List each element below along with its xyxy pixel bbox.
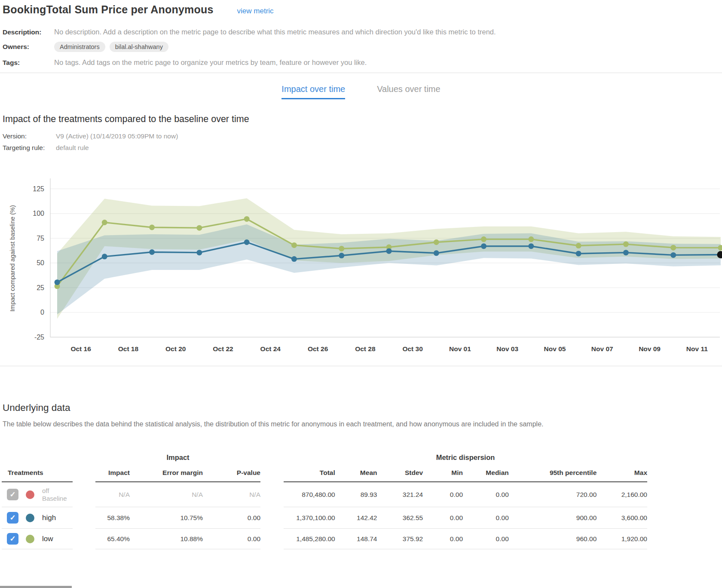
version-block: Version: V9 (Active) (10/14/2019 05:09PM… bbox=[0, 132, 722, 152]
underlying-data-description: The table below describes the data behin… bbox=[0, 420, 722, 428]
cell-impact: 65.40% bbox=[95, 535, 130, 543]
metric-meta: Description: No description. Add a descr… bbox=[0, 27, 722, 67]
cell-total: 1,485,280.00 bbox=[284, 535, 335, 543]
underlying-data-table: Impact Metric dispersion Treatments Impa… bbox=[0, 450, 722, 549]
svg-text:0: 0 bbox=[40, 309, 44, 316]
cell-stdev: 375.92 bbox=[377, 535, 423, 543]
treatment-checkbox-high[interactable]: ✓ bbox=[7, 512, 18, 524]
treatment-name-low: low bbox=[42, 535, 53, 543]
impact-group-header: Impact bbox=[95, 453, 260, 462]
cell-median: 0.00 bbox=[463, 491, 509, 499]
svg-text:Oct 18: Oct 18 bbox=[118, 345, 139, 352]
svg-text:Nov 03: Nov 03 bbox=[496, 345, 518, 352]
description-row: Description: No description. Add a descr… bbox=[3, 27, 722, 36]
svg-text:Oct 24: Oct 24 bbox=[260, 345, 281, 352]
page-header: BookingTotal Sum Price per Anonymous vie… bbox=[0, 0, 722, 16]
checkmark-icon: ✓ bbox=[9, 513, 15, 522]
treatment-color-dot-low bbox=[26, 535, 34, 543]
owners-row: Owners: Administrators bilal.al-shahwany bbox=[3, 42, 722, 52]
col-impact: Impact bbox=[95, 469, 130, 477]
svg-text:Oct 26: Oct 26 bbox=[308, 345, 328, 352]
cell-error-margin: 10.75% bbox=[130, 514, 203, 522]
targeting-rule-value: default rule bbox=[56, 144, 89, 152]
cell-impact: 58.38% bbox=[95, 514, 130, 522]
chart-divider bbox=[0, 366, 722, 366]
cell-mean: 142.42 bbox=[335, 514, 377, 522]
treatment-checkbox-off[interactable]: ✓ bbox=[7, 489, 18, 500]
svg-text:Nov 05: Nov 05 bbox=[544, 345, 566, 352]
tags-value: No tags. Add tags on the metric page to … bbox=[54, 58, 367, 67]
svg-text:Nov 11: Nov 11 bbox=[686, 345, 708, 352]
col-mean: Mean bbox=[335, 469, 377, 477]
cell-total: 1,370,100.00 bbox=[284, 514, 335, 522]
owner-chips: Administrators bilal.al-shahwany bbox=[54, 42, 168, 52]
svg-text:50: 50 bbox=[37, 259, 44, 266]
cell-mean: 148.74 bbox=[335, 535, 377, 543]
svg-text:75: 75 bbox=[37, 235, 44, 242]
cell-max: 1,920.00 bbox=[597, 535, 647, 543]
description-label: Description: bbox=[3, 27, 54, 36]
impact-chart[interactable]: 1251007550250-25Impact compared against … bbox=[0, 167, 722, 363]
cell-min: 0.00 bbox=[423, 514, 463, 522]
view-metric-link[interactable]: view metric bbox=[237, 7, 274, 15]
checkmark-icon: ✓ bbox=[9, 534, 15, 543]
svg-text:Oct 20: Oct 20 bbox=[165, 345, 186, 352]
col-max: Max bbox=[597, 469, 647, 477]
tab-values-over-time[interactable]: Values over time bbox=[377, 84, 440, 99]
tab-impact-over-time[interactable]: Impact over time bbox=[281, 84, 345, 99]
version-value: V9 (Active) (10/14/2019 05:09PM to now) bbox=[56, 132, 178, 140]
svg-text:Nov 09: Nov 09 bbox=[639, 345, 661, 352]
col-median: Median bbox=[463, 469, 509, 477]
tags-label: Tags: bbox=[3, 58, 54, 67]
col-min: Min bbox=[423, 469, 463, 477]
impact-section-title: Impact of the treatments compared to the… bbox=[0, 114, 722, 125]
svg-text:125: 125 bbox=[33, 185, 44, 193]
cell-min: 0.00 bbox=[423, 535, 463, 543]
description-value: No description. Add a description on the… bbox=[54, 27, 496, 36]
tags-row: Tags: No tags. Add tags on the metric pa… bbox=[3, 58, 722, 67]
table-group-header-row: Impact Metric dispersion bbox=[0, 450, 722, 464]
version-row: Version: V9 (Active) (10/14/2019 05:09PM… bbox=[3, 132, 722, 140]
svg-text:Oct 28: Oct 28 bbox=[355, 345, 376, 352]
cell-95th-percentile: 900.00 bbox=[509, 514, 597, 522]
col-95th-percentile: 95th percentile bbox=[509, 469, 597, 477]
impact-chart-svg[interactable]: 1251007550250-25Impact compared against … bbox=[0, 167, 722, 361]
treatment-name-off: off Baseline bbox=[42, 487, 67, 502]
treatment-color-dot-off bbox=[26, 490, 34, 499]
cell-mean: 89.93 bbox=[335, 491, 377, 499]
cell-median: 0.00 bbox=[463, 514, 509, 522]
svg-text:-25: -25 bbox=[34, 334, 44, 341]
metric-impact-page: BookingTotal Sum Price per Anonymous vie… bbox=[0, 0, 722, 588]
cell-max: 3,600.00 bbox=[597, 514, 647, 522]
cell-95th-percentile: 960.00 bbox=[509, 535, 597, 543]
cell-impact: N/A bbox=[95, 491, 130, 499]
cell-max: 2,160.00 bbox=[597, 491, 647, 499]
version-label: Version: bbox=[3, 132, 56, 140]
svg-text:Nov 07: Nov 07 bbox=[591, 345, 613, 352]
col-stdev: Stdev bbox=[377, 469, 423, 477]
underlying-data-title: Underlying data bbox=[0, 402, 722, 413]
cell-p-value: 0.00 bbox=[203, 535, 260, 543]
checkmark-icon: ✓ bbox=[9, 490, 15, 499]
cell-stdev: 321.24 bbox=[377, 491, 423, 499]
col-treatments: Treatments bbox=[8, 469, 43, 477]
cell-median: 0.00 bbox=[463, 535, 509, 543]
table-row-low: ✓ low 65.40% 10.88% 0.00 1,485,280.00 14… bbox=[0, 529, 722, 549]
targeting-rule-label: Targeting rule: bbox=[3, 144, 56, 152]
chart-tabs: Impact over time Values over time bbox=[0, 84, 722, 99]
svg-text:25: 25 bbox=[37, 284, 44, 291]
col-p-value: P-value bbox=[203, 469, 260, 477]
treatment-checkbox-low[interactable]: ✓ bbox=[7, 533, 18, 545]
svg-text:Oct 16: Oct 16 bbox=[70, 345, 91, 352]
metric-dispersion-group-header: Metric dispersion bbox=[284, 453, 647, 462]
owner-chip: bilal.al-shahwany bbox=[110, 42, 168, 52]
table-row-high: ✓ high 58.38% 10.75% 0.00 1,370,100.00 1… bbox=[0, 507, 722, 529]
owner-chip: Administrators bbox=[54, 42, 105, 52]
targeting-rule-row: Targeting rule: default rule bbox=[3, 144, 722, 152]
scrollbar-fragment[interactable] bbox=[0, 586, 72, 588]
cell-error-margin: 10.88% bbox=[130, 535, 203, 543]
svg-text:Oct 22: Oct 22 bbox=[213, 345, 233, 352]
cell-p-value: 0.00 bbox=[203, 514, 260, 522]
treatment-color-dot-high bbox=[26, 514, 34, 522]
svg-text:Impact compared against baseli: Impact compared against baseline (%) bbox=[9, 205, 16, 311]
